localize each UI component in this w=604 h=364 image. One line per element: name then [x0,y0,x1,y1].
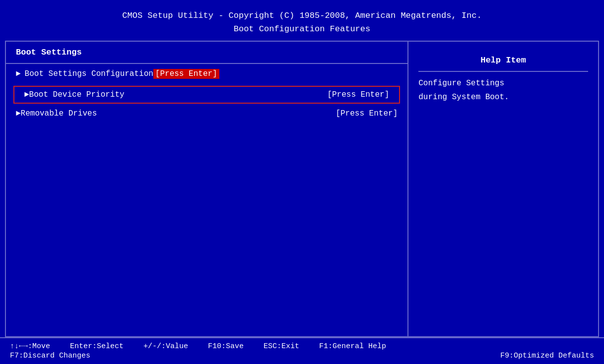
help-text: Configure Settings during System Boot. [418,77,588,104]
header-line1: CMOS Setup Utility - Copyright (C) 1985-… [10,9,594,22]
right-panel: Help Item Configure Settings during Syst… [408,42,598,336]
bios-screen: CMOS Setup Utility - Copyright (C) 1985-… [0,0,604,364]
boot-settings-config-value[interactable]: [Press Enter] [153,69,219,79]
boot-device-priority-label: Boot Device Priority [29,90,125,99]
removable-drives-value: [Press Enter] [336,109,398,118]
footer: ↑↓←→:Move Enter:Select +/-/:Value F10:Sa… [0,337,604,364]
header: CMOS Setup Utility - Copyright (C) 1985-… [0,0,604,41]
arrow-icon-boot-settings: ► [16,69,21,78]
left-panel: Boot Settings ► Boot Settings Configurat… [6,42,408,336]
right-divider [418,71,588,72]
footer-save: F10:Save [208,342,244,351]
arrow-icon-removable: ► [16,109,21,118]
footer-discard: F7:Discard Changes [10,352,90,360]
footer-help: F1:General Help [319,342,386,351]
left-panel-title: Boot Settings [6,42,407,63]
boot-settings-config-label: Boot Settings Configuration [25,69,153,78]
right-panel-title: Help Item [418,50,588,71]
help-text-line1: Configure Settings [418,77,588,90]
footer-row2: F7:Discard Changes F9:Optimized Defaults [10,352,594,360]
boot-device-priority-row[interactable]: ► Boot Device Priority [Press Enter] [13,86,400,104]
header-line2: Boot Configuration Features [10,22,594,36]
main-area: Boot Settings ► Boot Settings Configurat… [5,41,599,337]
footer-exit: ESC:Exit [264,342,299,351]
help-text-line2: during System Boot. [418,91,588,104]
footer-value: +/-/:Value [143,342,188,351]
footer-select: Enter:Select [70,342,124,351]
arrow-icon-boot-device: ► [24,90,29,99]
removable-drives-row[interactable]: ► Removable Drives [Press Enter] [6,106,407,121]
boot-settings-config-row[interactable]: ► Boot Settings Configuration [Press Ent… [6,64,407,84]
boot-device-priority-value: [Press Enter] [327,90,389,99]
removable-drives-label: Removable Drives [21,109,97,118]
footer-move: ↑↓←→:Move [10,342,50,351]
footer-row1: ↑↓←→:Move Enter:Select +/-/:Value F10:Sa… [10,342,594,351]
footer-optimized: F9:Optimized Defaults [500,352,594,360]
